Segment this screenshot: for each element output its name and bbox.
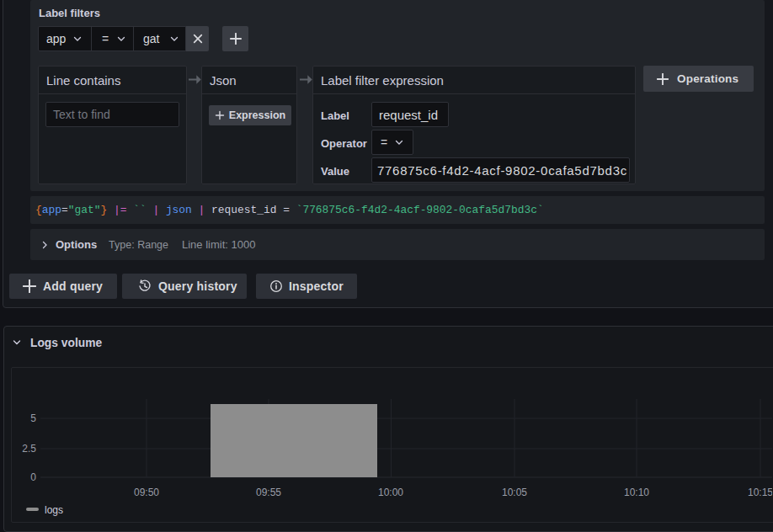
svg-text:10:15: 10:15 [748, 487, 772, 498]
svg-text:10:10: 10:10 [624, 487, 649, 498]
svg-text:10:00: 10:00 [378, 487, 403, 498]
svg-text:5: 5 [30, 412, 36, 424]
svg-text:logs: logs [45, 504, 63, 516]
svg-text:2.5: 2.5 [22, 443, 36, 455]
svg-text:10:05: 10:05 [502, 487, 527, 498]
svg-text:0: 0 [30, 471, 36, 483]
svg-text:09:50: 09:50 [134, 487, 159, 498]
svg-text:09:55: 09:55 [256, 487, 281, 498]
